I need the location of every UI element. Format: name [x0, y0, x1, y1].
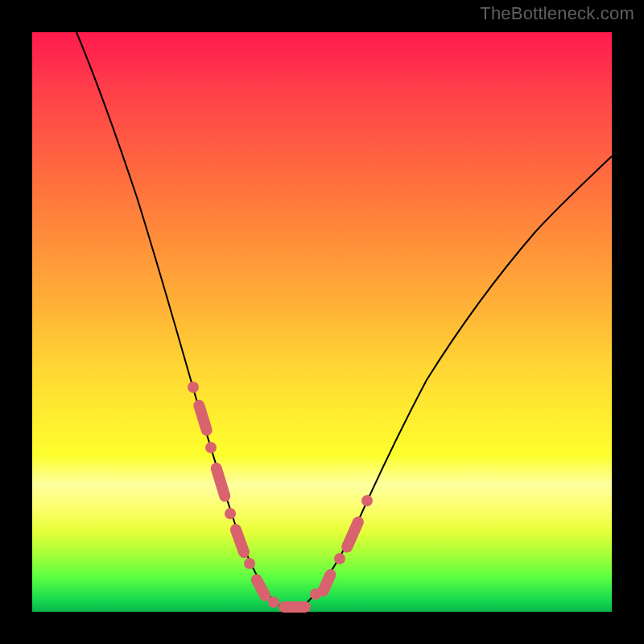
svg-point-2 — [205, 442, 217, 453]
svg-rect-13 — [340, 514, 365, 555]
gradient-plot-area — [32, 32, 612, 612]
svg-rect-1 — [192, 398, 214, 437]
chart-frame: TheBottleneck.com — [0, 0, 644, 644]
svg-point-6 — [244, 558, 255, 569]
svg-rect-9 — [279, 601, 311, 613]
svg-point-12 — [334, 553, 345, 564]
watermark-text: TheBottleneck.com — [480, 3, 634, 24]
svg-rect-5 — [229, 522, 251, 559]
svg-rect-7 — [249, 572, 272, 603]
svg-point-4 — [225, 508, 236, 519]
svg-rect-11 — [316, 568, 337, 599]
curve-svg — [32, 32, 612, 612]
curve-markers — [188, 382, 373, 613]
svg-point-14 — [361, 495, 373, 506]
svg-point-8 — [268, 597, 279, 608]
svg-rect-3 — [209, 461, 232, 503]
bottleneck-curve — [76, 32, 612, 607]
svg-point-0 — [188, 382, 199, 393]
